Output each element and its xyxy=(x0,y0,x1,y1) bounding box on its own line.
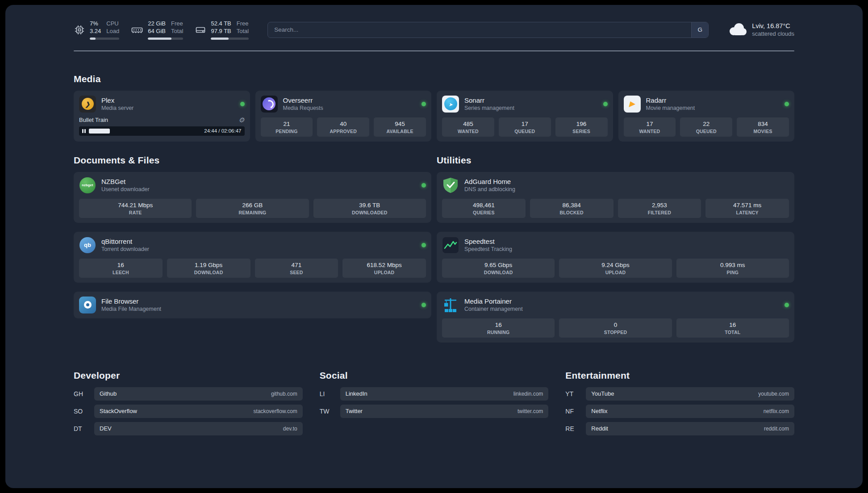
stat-value: 618.52 Mbps xyxy=(344,262,424,268)
stat-box: 196 SERIES xyxy=(555,117,608,137)
stat-box: 485 WANTED xyxy=(442,117,494,137)
cpu-percent: 7% xyxy=(90,20,101,27)
bookmark-reddit[interactable]: RE Reddit reddit.com xyxy=(565,422,794,435)
search-input[interactable] xyxy=(267,22,709,38)
dashboard: 7% 3.24 CPU Load xyxy=(5,5,863,488)
service-name: Media Portainer xyxy=(464,297,523,305)
service-card-sonarr[interactable]: Sonarr Series management 485 WANTED 17 Q… xyxy=(437,91,613,142)
stat-label: FILTERED xyxy=(620,210,700,215)
service-card-plex[interactable]: Plex Media server Bullet Train xyxy=(74,91,250,142)
stat-value: 498,461 xyxy=(444,202,524,209)
stat-label: QUEUED xyxy=(682,129,730,134)
disk-total-value: 97.9 TB xyxy=(211,28,231,35)
service-card-speedtest[interactable]: Speedtest Speedtest Tracking 9.65 Gbps D… xyxy=(437,232,794,283)
topbar-divider xyxy=(74,50,794,51)
speedtest-icon xyxy=(442,237,459,254)
stat-label: AVAILABLE xyxy=(376,129,424,134)
memory-free-value: 22 GiB xyxy=(148,20,166,27)
bookmark-url: dev.to xyxy=(283,426,297,432)
cloud-icon xyxy=(727,22,747,38)
stat-box: 1.19 Gbps DOWNLOAD xyxy=(167,259,250,278)
bookmark-name: StackOverflow xyxy=(100,408,137,414)
service-card-radarr[interactable]: Radarr Movie management 17 WANTED 22 QUE… xyxy=(618,91,795,142)
section-utilities: Utilities xyxy=(437,155,794,343)
service-name: File Browser xyxy=(101,297,161,305)
memory-widget: 22 GiB 64 GiB Free Total xyxy=(131,20,183,40)
service-card-filebrowser[interactable]: File Browser Media File Management xyxy=(74,292,431,318)
bookmark-url: netflix.com xyxy=(764,408,789,414)
memory-total-value: 64 GiB xyxy=(148,28,166,35)
stat-box: 21 PENDING xyxy=(261,117,313,137)
service-card-adguard[interactable]: AdGuard Home DNS and adblocking 498,461 … xyxy=(437,172,794,223)
bookmark-dev[interactable]: DT DEV dev.to xyxy=(74,422,303,435)
stat-box: 40 APPROVED xyxy=(317,117,369,137)
plex-icon xyxy=(79,96,96,113)
disk-widget: 52.4 TB 97.9 TB Free Total xyxy=(195,20,249,40)
stat-value: 17 xyxy=(501,121,549,127)
bookmark-abbr: LI xyxy=(320,390,334,397)
stat-box: 2,953 FILTERED xyxy=(618,199,701,218)
gear-icon[interactable] xyxy=(238,117,244,124)
service-subtitle: Media server xyxy=(101,105,134,111)
stat-label: DOWNLOAD xyxy=(169,270,249,275)
stat-box: 834 MOVIES xyxy=(737,117,789,137)
stat-box: 744.21 Mbps RATE xyxy=(79,199,192,218)
memory-usage-bar xyxy=(148,38,183,40)
stat-value: 196 xyxy=(557,121,606,127)
stat-label: MOVIES xyxy=(739,129,787,134)
service-subtitle: Media File Management xyxy=(101,306,161,312)
stat-label: UPLOAD xyxy=(561,270,670,275)
stat-label: TOTAL xyxy=(678,330,787,335)
service-name: Overseerr xyxy=(283,96,323,104)
stat-box: 16 RUNNING xyxy=(442,318,555,338)
section-documents: Documents & Files nzbget NZBGet Usenet d… xyxy=(74,155,431,318)
memory-icon xyxy=(131,24,143,36)
stat-box: 9.65 Gbps DOWNLOAD xyxy=(442,259,555,278)
sonarr-icon xyxy=(442,96,459,113)
stat-box: 16 LEECH xyxy=(79,259,163,278)
service-card-portainer[interactable]: Media Portainer Container management 16 … xyxy=(437,292,794,343)
pause-button[interactable] xyxy=(82,129,86,133)
bookmark-twitter[interactable]: TW Twitter twitter.com xyxy=(320,405,549,418)
disk-icon xyxy=(195,24,206,36)
bookmark-stackoverflow[interactable]: SO StackOverflow stackoverflow.com xyxy=(74,405,303,418)
bookmark-group-entertainment: Entertainment YT YouTube youtube.com NF … xyxy=(565,370,794,435)
disk-free-value: 52.4 TB xyxy=(211,20,231,27)
bookmark-url: youtube.com xyxy=(758,391,789,397)
search-provider-button[interactable]: G xyxy=(691,22,708,38)
stat-box: 471 SEED xyxy=(255,259,338,278)
service-name: Sonarr xyxy=(464,96,514,104)
stat-label: RATE xyxy=(81,210,190,215)
service-card-qbittorrent[interactable]: qb qBittorrent Torrent downloader 16 LEE… xyxy=(74,232,431,283)
stat-label: REMAINING xyxy=(198,210,307,215)
bookmark-youtube[interactable]: YT YouTube youtube.com xyxy=(565,387,794,401)
stat-label: STOPPED xyxy=(561,330,670,335)
status-online-dot xyxy=(603,102,608,106)
service-card-overseerr[interactable]: Overseerr Media Requests 21 PENDING 40 A… xyxy=(255,91,432,142)
bookmark-name: Reddit xyxy=(591,425,608,432)
service-subtitle: Usenet downloader xyxy=(101,186,150,192)
playback-progress-track[interactable] xyxy=(89,129,201,134)
bookmark-github[interactable]: GH Github github.com xyxy=(74,387,303,401)
bookmark-linkedin[interactable]: LI LinkedIn linkedin.com xyxy=(320,387,549,401)
cpu-load-value: 3.24 xyxy=(90,28,101,35)
radarr-icon xyxy=(624,96,641,113)
stat-label: UPLOAD xyxy=(344,270,424,275)
stat-label: PENDING xyxy=(263,129,311,134)
stat-label: SEED xyxy=(257,270,337,275)
stat-value: 471 xyxy=(257,262,337,268)
service-subtitle: Speedtest Tracking xyxy=(464,246,512,252)
stat-value: 39.6 TB xyxy=(315,202,424,209)
bookmark-name: DEV xyxy=(100,425,112,432)
stat-value: 9.65 Gbps xyxy=(444,262,553,268)
playback-time: 24:44 / 02:06:47 xyxy=(204,128,241,134)
stat-label: WANTED xyxy=(444,129,492,134)
weather-widget: Lviv, 16.87°C scattered clouds xyxy=(727,22,794,38)
stat-label: PING xyxy=(678,270,787,275)
stat-box: 22 QUEUED xyxy=(680,117,732,137)
service-subtitle: Torrent downloader xyxy=(101,246,149,252)
service-card-nzbget[interactable]: nzbget NZBGet Usenet downloader 744.21 M… xyxy=(74,172,431,223)
bookmark-url: github.com xyxy=(271,391,297,397)
portainer-icon xyxy=(442,297,459,313)
bookmark-netflix[interactable]: NF Netflix netflix.com xyxy=(565,405,794,418)
